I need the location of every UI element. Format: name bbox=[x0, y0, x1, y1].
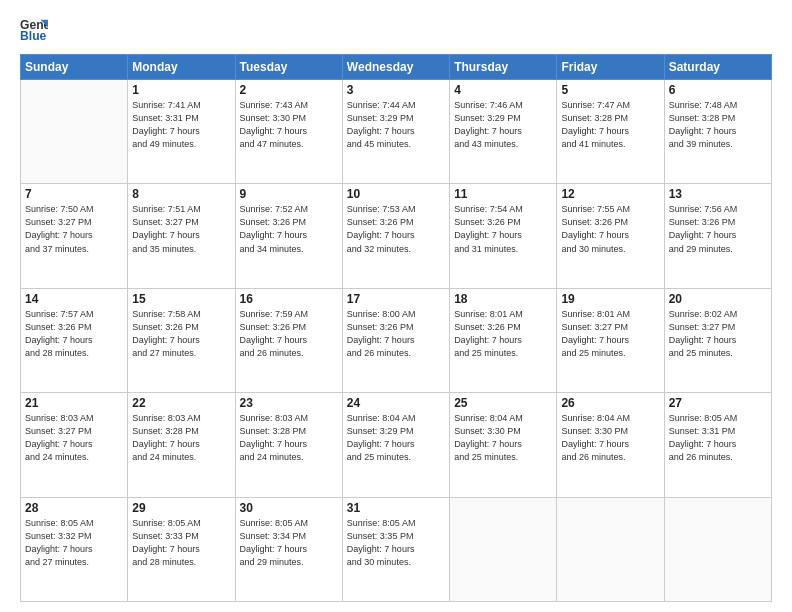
calendar-cell: 13Sunrise: 7:56 AMSunset: 3:26 PMDayligh… bbox=[664, 184, 771, 288]
daylight-line2: and 30 minutes. bbox=[347, 556, 445, 569]
calendar-cell: 6Sunrise: 7:48 AMSunset: 3:28 PMDaylight… bbox=[664, 80, 771, 184]
day-header-monday: Monday bbox=[128, 55, 235, 80]
daylight-line2: and 34 minutes. bbox=[240, 243, 338, 256]
daylight-line2: and 25 minutes. bbox=[454, 347, 552, 360]
daylight-line2: and 27 minutes. bbox=[132, 347, 230, 360]
daylight-line2: and 47 minutes. bbox=[240, 138, 338, 151]
sunset-text: Sunset: 3:27 PM bbox=[669, 321, 767, 334]
calendar-cell: 5Sunrise: 7:47 AMSunset: 3:28 PMDaylight… bbox=[557, 80, 664, 184]
day-info: Sunrise: 7:57 AMSunset: 3:26 PMDaylight:… bbox=[25, 308, 123, 360]
calendar-header-row: SundayMondayTuesdayWednesdayThursdayFrid… bbox=[21, 55, 772, 80]
sunrise-text: Sunrise: 8:01 AM bbox=[454, 308, 552, 321]
daylight-line1: Daylight: 7 hours bbox=[132, 438, 230, 451]
calendar-cell: 26Sunrise: 8:04 AMSunset: 3:30 PMDayligh… bbox=[557, 393, 664, 497]
sunset-text: Sunset: 3:35 PM bbox=[347, 530, 445, 543]
sunset-text: Sunset: 3:26 PM bbox=[240, 216, 338, 229]
calendar-cell: 11Sunrise: 7:54 AMSunset: 3:26 PMDayligh… bbox=[450, 184, 557, 288]
calendar-cell: 7Sunrise: 7:50 AMSunset: 3:27 PMDaylight… bbox=[21, 184, 128, 288]
daylight-line2: and 37 minutes. bbox=[25, 243, 123, 256]
day-number: 31 bbox=[347, 501, 445, 515]
sunset-text: Sunset: 3:26 PM bbox=[561, 216, 659, 229]
calendar-table: SundayMondayTuesdayWednesdayThursdayFrid… bbox=[20, 54, 772, 602]
sunrise-text: Sunrise: 8:01 AM bbox=[561, 308, 659, 321]
day-info: Sunrise: 8:02 AMSunset: 3:27 PMDaylight:… bbox=[669, 308, 767, 360]
daylight-line2: and 24 minutes. bbox=[132, 451, 230, 464]
daylight-line1: Daylight: 7 hours bbox=[25, 543, 123, 556]
sunrise-text: Sunrise: 7:50 AM bbox=[25, 203, 123, 216]
daylight-line1: Daylight: 7 hours bbox=[25, 229, 123, 242]
sunrise-text: Sunrise: 7:46 AM bbox=[454, 99, 552, 112]
daylight-line1: Daylight: 7 hours bbox=[454, 334, 552, 347]
sunrise-text: Sunrise: 7:52 AM bbox=[240, 203, 338, 216]
calendar-cell: 24Sunrise: 8:04 AMSunset: 3:29 PMDayligh… bbox=[342, 393, 449, 497]
sunrise-text: Sunrise: 8:05 AM bbox=[347, 517, 445, 530]
day-info: Sunrise: 8:05 AMSunset: 3:31 PMDaylight:… bbox=[669, 412, 767, 464]
sunset-text: Sunset: 3:26 PM bbox=[454, 321, 552, 334]
day-number: 12 bbox=[561, 187, 659, 201]
calendar-cell: 25Sunrise: 8:04 AMSunset: 3:30 PMDayligh… bbox=[450, 393, 557, 497]
sunrise-text: Sunrise: 7:43 AM bbox=[240, 99, 338, 112]
day-number: 24 bbox=[347, 396, 445, 410]
sunset-text: Sunset: 3:26 PM bbox=[25, 321, 123, 334]
daylight-line2: and 45 minutes. bbox=[347, 138, 445, 151]
daylight-line1: Daylight: 7 hours bbox=[669, 438, 767, 451]
day-info: Sunrise: 7:44 AMSunset: 3:29 PMDaylight:… bbox=[347, 99, 445, 151]
calendar-cell: 19Sunrise: 8:01 AMSunset: 3:27 PMDayligh… bbox=[557, 288, 664, 392]
day-header-thursday: Thursday bbox=[450, 55, 557, 80]
sunrise-text: Sunrise: 8:00 AM bbox=[347, 308, 445, 321]
day-info: Sunrise: 8:01 AMSunset: 3:27 PMDaylight:… bbox=[561, 308, 659, 360]
calendar-cell: 18Sunrise: 8:01 AMSunset: 3:26 PMDayligh… bbox=[450, 288, 557, 392]
day-number: 10 bbox=[347, 187, 445, 201]
calendar-cell: 14Sunrise: 7:57 AMSunset: 3:26 PMDayligh… bbox=[21, 288, 128, 392]
day-number: 26 bbox=[561, 396, 659, 410]
sunset-text: Sunset: 3:31 PM bbox=[669, 425, 767, 438]
day-number: 8 bbox=[132, 187, 230, 201]
day-info: Sunrise: 7:53 AMSunset: 3:26 PMDaylight:… bbox=[347, 203, 445, 255]
calendar-cell: 28Sunrise: 8:05 AMSunset: 3:32 PMDayligh… bbox=[21, 497, 128, 601]
day-number: 17 bbox=[347, 292, 445, 306]
sunset-text: Sunset: 3:30 PM bbox=[240, 112, 338, 125]
sunset-text: Sunset: 3:33 PM bbox=[132, 530, 230, 543]
sunset-text: Sunset: 3:28 PM bbox=[669, 112, 767, 125]
daylight-line1: Daylight: 7 hours bbox=[240, 438, 338, 451]
sunset-text: Sunset: 3:29 PM bbox=[347, 112, 445, 125]
day-number: 13 bbox=[669, 187, 767, 201]
daylight-line2: and 49 minutes. bbox=[132, 138, 230, 151]
calendar-cell bbox=[450, 497, 557, 601]
sunset-text: Sunset: 3:28 PM bbox=[132, 425, 230, 438]
calendar-week-row: 14Sunrise: 7:57 AMSunset: 3:26 PMDayligh… bbox=[21, 288, 772, 392]
day-number: 6 bbox=[669, 83, 767, 97]
sunrise-text: Sunrise: 8:03 AM bbox=[25, 412, 123, 425]
sunrise-text: Sunrise: 7:44 AM bbox=[347, 99, 445, 112]
daylight-line2: and 28 minutes. bbox=[132, 556, 230, 569]
day-info: Sunrise: 8:01 AMSunset: 3:26 PMDaylight:… bbox=[454, 308, 552, 360]
day-number: 29 bbox=[132, 501, 230, 515]
day-info: Sunrise: 8:05 AMSunset: 3:32 PMDaylight:… bbox=[25, 517, 123, 569]
day-number: 14 bbox=[25, 292, 123, 306]
daylight-line1: Daylight: 7 hours bbox=[347, 334, 445, 347]
day-info: Sunrise: 7:51 AMSunset: 3:27 PMDaylight:… bbox=[132, 203, 230, 255]
daylight-line1: Daylight: 7 hours bbox=[132, 229, 230, 242]
day-number: 15 bbox=[132, 292, 230, 306]
day-number: 23 bbox=[240, 396, 338, 410]
sunrise-text: Sunrise: 8:05 AM bbox=[669, 412, 767, 425]
day-info: Sunrise: 8:05 AMSunset: 3:35 PMDaylight:… bbox=[347, 517, 445, 569]
daylight-line1: Daylight: 7 hours bbox=[561, 229, 659, 242]
calendar-cell bbox=[664, 497, 771, 601]
sunrise-text: Sunrise: 8:05 AM bbox=[240, 517, 338, 530]
logo-icon: General Blue bbox=[20, 16, 48, 44]
day-number: 16 bbox=[240, 292, 338, 306]
day-info: Sunrise: 7:41 AMSunset: 3:31 PMDaylight:… bbox=[132, 99, 230, 151]
daylight-line2: and 26 minutes. bbox=[669, 451, 767, 464]
sunrise-text: Sunrise: 8:04 AM bbox=[347, 412, 445, 425]
day-info: Sunrise: 8:04 AMSunset: 3:30 PMDaylight:… bbox=[454, 412, 552, 464]
calendar-cell: 12Sunrise: 7:55 AMSunset: 3:26 PMDayligh… bbox=[557, 184, 664, 288]
daylight-line1: Daylight: 7 hours bbox=[132, 543, 230, 556]
sunset-text: Sunset: 3:27 PM bbox=[25, 216, 123, 229]
calendar-cell: 10Sunrise: 7:53 AMSunset: 3:26 PMDayligh… bbox=[342, 184, 449, 288]
sunrise-text: Sunrise: 7:41 AM bbox=[132, 99, 230, 112]
day-info: Sunrise: 8:05 AMSunset: 3:34 PMDaylight:… bbox=[240, 517, 338, 569]
calendar-cell: 1Sunrise: 7:41 AMSunset: 3:31 PMDaylight… bbox=[128, 80, 235, 184]
daylight-line1: Daylight: 7 hours bbox=[240, 334, 338, 347]
day-info: Sunrise: 7:43 AMSunset: 3:30 PMDaylight:… bbox=[240, 99, 338, 151]
